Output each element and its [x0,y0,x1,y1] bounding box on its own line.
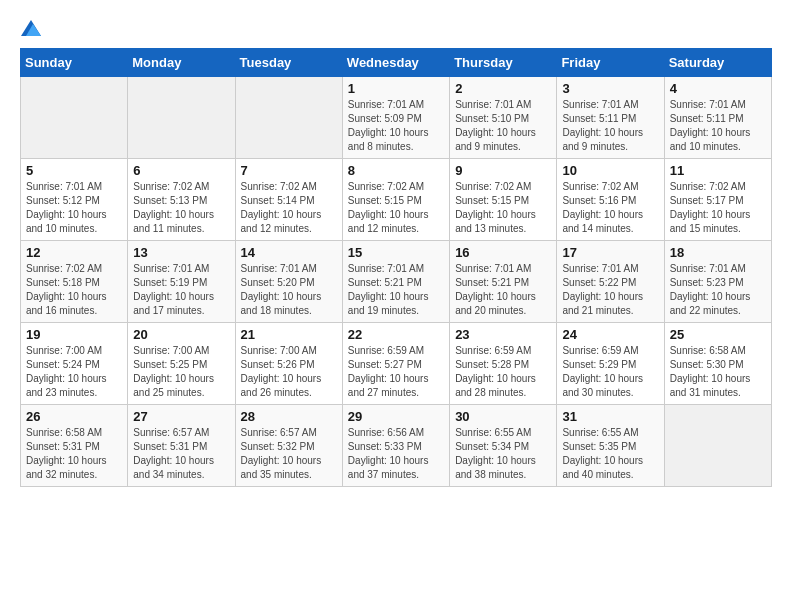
day-info: Sunrise: 6:57 AM Sunset: 5:31 PM Dayligh… [133,426,229,482]
calendar-cell: 8Sunrise: 7:02 AM Sunset: 5:15 PM Daylig… [342,159,449,241]
day-number: 3 [562,81,658,96]
logo [20,20,42,32]
calendar-cell: 28Sunrise: 6:57 AM Sunset: 5:32 PM Dayli… [235,405,342,487]
weekday-header: Saturday [664,49,771,77]
calendar-cell: 20Sunrise: 7:00 AM Sunset: 5:25 PM Dayli… [128,323,235,405]
calendar-cell: 15Sunrise: 7:01 AM Sunset: 5:21 PM Dayli… [342,241,449,323]
calendar-week-row: 26Sunrise: 6:58 AM Sunset: 5:31 PM Dayli… [21,405,772,487]
calendar-cell: 10Sunrise: 7:02 AM Sunset: 5:16 PM Dayli… [557,159,664,241]
day-number: 6 [133,163,229,178]
weekday-header: Wednesday [342,49,449,77]
day-number: 1 [348,81,444,96]
day-info: Sunrise: 6:58 AM Sunset: 5:31 PM Dayligh… [26,426,122,482]
day-info: Sunrise: 7:01 AM Sunset: 5:21 PM Dayligh… [455,262,551,318]
day-info: Sunrise: 7:01 AM Sunset: 5:12 PM Dayligh… [26,180,122,236]
day-number: 27 [133,409,229,424]
day-number: 17 [562,245,658,260]
day-info: Sunrise: 6:59 AM Sunset: 5:28 PM Dayligh… [455,344,551,400]
calendar-cell: 18Sunrise: 7:01 AM Sunset: 5:23 PM Dayli… [664,241,771,323]
calendar-cell: 30Sunrise: 6:55 AM Sunset: 5:34 PM Dayli… [450,405,557,487]
calendar-week-row: 12Sunrise: 7:02 AM Sunset: 5:18 PM Dayli… [21,241,772,323]
day-number: 30 [455,409,551,424]
day-number: 14 [241,245,337,260]
calendar-cell [235,77,342,159]
day-number: 4 [670,81,766,96]
weekday-header: Friday [557,49,664,77]
day-info: Sunrise: 7:01 AM Sunset: 5:20 PM Dayligh… [241,262,337,318]
day-info: Sunrise: 7:00 AM Sunset: 5:26 PM Dayligh… [241,344,337,400]
logo-icon [21,20,41,36]
day-info: Sunrise: 7:01 AM Sunset: 5:21 PM Dayligh… [348,262,444,318]
calendar-week-row: 1Sunrise: 7:01 AM Sunset: 5:09 PM Daylig… [21,77,772,159]
day-number: 28 [241,409,337,424]
day-info: Sunrise: 7:02 AM Sunset: 5:15 PM Dayligh… [455,180,551,236]
weekday-header: Monday [128,49,235,77]
day-number: 13 [133,245,229,260]
day-number: 16 [455,245,551,260]
calendar-cell [664,405,771,487]
day-number: 12 [26,245,122,260]
calendar-cell: 4Sunrise: 7:01 AM Sunset: 5:11 PM Daylig… [664,77,771,159]
day-number: 23 [455,327,551,342]
day-info: Sunrise: 7:02 AM Sunset: 5:14 PM Dayligh… [241,180,337,236]
calendar-cell: 29Sunrise: 6:56 AM Sunset: 5:33 PM Dayli… [342,405,449,487]
day-info: Sunrise: 7:01 AM Sunset: 5:23 PM Dayligh… [670,262,766,318]
calendar-cell: 2Sunrise: 7:01 AM Sunset: 5:10 PM Daylig… [450,77,557,159]
day-info: Sunrise: 7:01 AM Sunset: 5:22 PM Dayligh… [562,262,658,318]
calendar-week-row: 19Sunrise: 7:00 AM Sunset: 5:24 PM Dayli… [21,323,772,405]
day-number: 15 [348,245,444,260]
day-number: 9 [455,163,551,178]
day-info: Sunrise: 7:02 AM Sunset: 5:16 PM Dayligh… [562,180,658,236]
day-info: Sunrise: 7:00 AM Sunset: 5:24 PM Dayligh… [26,344,122,400]
day-info: Sunrise: 7:02 AM Sunset: 5:18 PM Dayligh… [26,262,122,318]
calendar-cell: 24Sunrise: 6:59 AM Sunset: 5:29 PM Dayli… [557,323,664,405]
day-number: 31 [562,409,658,424]
calendar-cell: 21Sunrise: 7:00 AM Sunset: 5:26 PM Dayli… [235,323,342,405]
calendar-week-row: 5Sunrise: 7:01 AM Sunset: 5:12 PM Daylig… [21,159,772,241]
calendar-cell: 9Sunrise: 7:02 AM Sunset: 5:15 PM Daylig… [450,159,557,241]
page-header [20,20,772,32]
day-info: Sunrise: 7:00 AM Sunset: 5:25 PM Dayligh… [133,344,229,400]
calendar-cell: 14Sunrise: 7:01 AM Sunset: 5:20 PM Dayli… [235,241,342,323]
day-info: Sunrise: 6:55 AM Sunset: 5:34 PM Dayligh… [455,426,551,482]
day-number: 11 [670,163,766,178]
day-info: Sunrise: 7:02 AM Sunset: 5:17 PM Dayligh… [670,180,766,236]
day-number: 7 [241,163,337,178]
day-number: 21 [241,327,337,342]
day-number: 18 [670,245,766,260]
day-info: Sunrise: 7:02 AM Sunset: 5:13 PM Dayligh… [133,180,229,236]
calendar-cell: 31Sunrise: 6:55 AM Sunset: 5:35 PM Dayli… [557,405,664,487]
calendar-cell [128,77,235,159]
day-info: Sunrise: 7:01 AM Sunset: 5:11 PM Dayligh… [562,98,658,154]
day-number: 22 [348,327,444,342]
day-info: Sunrise: 6:57 AM Sunset: 5:32 PM Dayligh… [241,426,337,482]
day-number: 25 [670,327,766,342]
day-info: Sunrise: 6:56 AM Sunset: 5:33 PM Dayligh… [348,426,444,482]
day-info: Sunrise: 7:01 AM Sunset: 5:11 PM Dayligh… [670,98,766,154]
calendar-cell: 5Sunrise: 7:01 AM Sunset: 5:12 PM Daylig… [21,159,128,241]
calendar-cell: 17Sunrise: 7:01 AM Sunset: 5:22 PM Dayli… [557,241,664,323]
calendar-cell: 13Sunrise: 7:01 AM Sunset: 5:19 PM Dayli… [128,241,235,323]
day-info: Sunrise: 6:59 AM Sunset: 5:27 PM Dayligh… [348,344,444,400]
calendar-cell: 27Sunrise: 6:57 AM Sunset: 5:31 PM Dayli… [128,405,235,487]
day-number: 24 [562,327,658,342]
calendar-cell: 22Sunrise: 6:59 AM Sunset: 5:27 PM Dayli… [342,323,449,405]
day-info: Sunrise: 6:55 AM Sunset: 5:35 PM Dayligh… [562,426,658,482]
day-info: Sunrise: 7:01 AM Sunset: 5:10 PM Dayligh… [455,98,551,154]
calendar-cell: 19Sunrise: 7:00 AM Sunset: 5:24 PM Dayli… [21,323,128,405]
day-number: 5 [26,163,122,178]
calendar-cell: 12Sunrise: 7:02 AM Sunset: 5:18 PM Dayli… [21,241,128,323]
day-number: 19 [26,327,122,342]
calendar-cell: 3Sunrise: 7:01 AM Sunset: 5:11 PM Daylig… [557,77,664,159]
calendar-cell: 25Sunrise: 6:58 AM Sunset: 5:30 PM Dayli… [664,323,771,405]
day-number: 20 [133,327,229,342]
calendar-cell: 16Sunrise: 7:01 AM Sunset: 5:21 PM Dayli… [450,241,557,323]
calendar-cell: 11Sunrise: 7:02 AM Sunset: 5:17 PM Dayli… [664,159,771,241]
day-info: Sunrise: 7:02 AM Sunset: 5:15 PM Dayligh… [348,180,444,236]
calendar-cell: 1Sunrise: 7:01 AM Sunset: 5:09 PM Daylig… [342,77,449,159]
day-number: 26 [26,409,122,424]
calendar-header-row: SundayMondayTuesdayWednesdayThursdayFrid… [21,49,772,77]
weekday-header: Tuesday [235,49,342,77]
weekday-header: Thursday [450,49,557,77]
day-info: Sunrise: 7:01 AM Sunset: 5:09 PM Dayligh… [348,98,444,154]
